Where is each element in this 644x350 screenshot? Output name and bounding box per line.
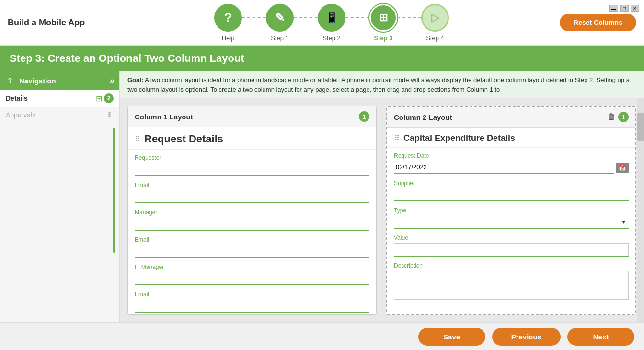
goal-label: Goal: [127, 76, 143, 83]
sidebar-nav-header: ? Navigation » [0, 71, 119, 90]
maximize-button[interactable]: □ [620, 5, 629, 12]
sidebar-item-details[interactable]: Details ⊞ 2 [0, 90, 119, 107]
input-email-1[interactable] [135, 190, 369, 203]
select-arrow-icon: ▼ [621, 219, 629, 225]
label-request-date: Request Date [394, 152, 629, 159]
label-supplier: Supplier [394, 180, 629, 187]
step-3-label: Step 3 [374, 35, 392, 42]
select-type[interactable] [394, 216, 621, 228]
label-value: Value [394, 234, 629, 241]
step-1-label: Step 1 [271, 35, 289, 42]
step-1-circle: ✎ [266, 4, 294, 32]
drag-icon-2: ⠿ [394, 134, 400, 143]
sidebar-help-badge[interactable]: ? [5, 75, 15, 86]
sidebar-details-label: Details [6, 94, 28, 102]
save-button[interactable]: Save [418, 328, 485, 346]
nav-arrows[interactable]: » [110, 76, 115, 86]
step-help-label: Help [222, 35, 235, 42]
column1-badge: 1 [359, 111, 369, 122]
field-email-2: Email [135, 236, 369, 258]
field-email-1: Email [135, 182, 369, 203]
column2-header: Column 2 Layout 🗑 1 [387, 107, 635, 128]
field-supplier: Supplier [394, 180, 629, 201]
column1-form: Requester Email Manager Em [128, 150, 376, 322]
dash-4 [397, 17, 421, 18]
label-type: Type [394, 207, 629, 214]
step-4[interactable]: ▷ Step 4 [421, 4, 449, 42]
step-2-label: Step 2 [322, 35, 341, 42]
sidebar-approvals-label: Approvals [6, 111, 35, 119]
column2-section-label: Capital Expenditure Details [403, 133, 515, 143]
step-4-label: Step 4 [426, 35, 444, 42]
column2-form: Request Date 📅 Supplier Type [387, 148, 635, 312]
column2-section-title: ⠿ Capital Expenditure Details [387, 128, 635, 148]
details-badge: 2 [104, 93, 114, 103]
column1-header: Column 1 Layout 1 [128, 106, 376, 127]
column1-panel: Column 1 Layout 1 ⠿ Request Details Requ… [127, 106, 377, 315]
field-value: Value [394, 234, 629, 257]
scroll-thumb[interactable] [637, 113, 644, 141]
nav-arrow-icon: » [110, 76, 115, 86]
step-1[interactable]: ✎ Step 1 [266, 4, 294, 42]
input-supplier[interactable] [394, 188, 629, 201]
step-3[interactable]: ⊞ Step 3 [369, 4, 397, 42]
grid-icon: ⊞ [96, 94, 102, 103]
field-type: Type ▼ [394, 207, 629, 229]
top-bar: ▬ □ ✕ Build a Mobile App ? Help ✎ Step 1… [0, 0, 644, 46]
dash-3 [345, 17, 369, 18]
field-requester: Requester [135, 154, 369, 176]
step-4-circle: ▷ [421, 4, 449, 32]
previous-button[interactable]: Previous [492, 328, 561, 346]
sidebar-item-approvals[interactable]: Approvals 👁 [0, 107, 119, 123]
trash-icon[interactable]: 🗑 [608, 113, 615, 121]
date-picker-button[interactable]: 📅 [616, 163, 629, 173]
input-it-manager[interactable] [135, 272, 369, 285]
goal-area: Goal: A two column layout is ideal for a… [120, 71, 644, 98]
sidebar-nav-label: Navigation [19, 77, 56, 85]
step-header: Step 3: Create an Optional Two Column La… [0, 46, 644, 71]
close-button[interactable]: ✕ [631, 5, 639, 12]
columns-area: Column 1 Layout 1 ⠿ Request Details Requ… [120, 98, 644, 322]
field-description: Description [394, 262, 629, 302]
field-it-manager: IT Manager [135, 264, 369, 285]
label-requester: Requester [135, 154, 369, 161]
field-request-date: Request Date 📅 [394, 152, 629, 174]
bottom-bar: Save Previous Next [0, 322, 644, 350]
step-3-circle: ⊞ [369, 4, 397, 32]
content-wrapper: Goal: A two column layout is ideal for a… [120, 71, 644, 322]
next-button[interactable]: Next [567, 328, 634, 346]
reset-columns-button[interactable]: Reset Columns [560, 14, 636, 31]
scroll-track[interactable] [637, 98, 644, 322]
textarea-description[interactable] [394, 271, 629, 300]
sidebar-accent-bar [113, 128, 115, 253]
column1-title: Column 1 Layout [135, 113, 193, 121]
column1-section-label: Request Details [144, 133, 223, 145]
label-email-1: Email [135, 182, 369, 188]
app-title: Build a Mobile App [8, 18, 104, 28]
step-2-circle: 📱 [318, 4, 345, 32]
input-manager[interactable] [135, 218, 369, 231]
input-email-2[interactable] [135, 245, 369, 258]
column2-header-icons: 🗑 1 [608, 112, 629, 122]
label-manager: Manager [135, 209, 369, 216]
minimize-button[interactable]: ▬ [610, 5, 618, 12]
column2-title: Column 2 Layout [394, 113, 452, 121]
step-2[interactable]: 📱 Step 2 [318, 4, 345, 42]
steps-container: ? Help ✎ Step 1 📱 Step 2 ⊞ Step 3 ▷ Step… [104, 4, 560, 42]
type-select-row: ▼ [394, 216, 629, 229]
input-requester[interactable] [135, 163, 369, 176]
dash-2 [294, 17, 318, 18]
field-email-3: Email [135, 291, 369, 313]
label-email-2: Email [135, 236, 369, 243]
drag-icon-1: ⠿ [135, 135, 140, 144]
field-manager: Manager [135, 209, 369, 231]
input-value[interactable] [394, 243, 629, 257]
date-row: 📅 [394, 161, 629, 174]
column1-section-title: ⠿ Request Details [128, 127, 376, 150]
input-email-3[interactable] [135, 300, 369, 313]
column2-badge: 1 [618, 112, 629, 122]
input-request-date[interactable] [394, 161, 614, 174]
dash-1 [242, 17, 266, 18]
window-controls: ▬ □ ✕ [610, 5, 639, 12]
step-help[interactable]: ? Help [214, 4, 242, 42]
